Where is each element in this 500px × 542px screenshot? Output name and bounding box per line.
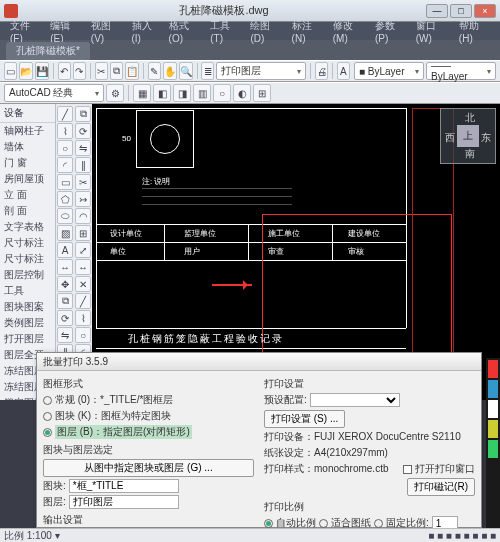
sidebar-item[interactable]: 剖 面 [0, 203, 55, 219]
tool-icon[interactable]: ⌇ [57, 123, 73, 139]
sidebar-item[interactable]: 房间屋顶 [0, 171, 55, 187]
frame-opt-1[interactable]: 图块 (K)：图框为特定图块 [43, 409, 254, 423]
color-dropdown[interactable]: ■ ByLayer▾ [354, 62, 424, 80]
tool-icon[interactable]: ⇋ [57, 327, 73, 343]
pan-icon[interactable]: ✋ [163, 62, 177, 80]
tool-icon[interactable]: ⊞ [75, 225, 91, 241]
tool-icon[interactable]: ▦ [133, 84, 151, 102]
print-record-button[interactable]: 打印磁记(R) [407, 478, 475, 496]
sidebar-item[interactable]: 墙体 [0, 139, 55, 155]
undo-icon[interactable]: ↶ [58, 62, 71, 80]
tool-icon[interactable]: ⧉ [75, 106, 91, 122]
left-panel-header: 设备 [0, 104, 55, 123]
tool-icon[interactable]: ▥ [193, 84, 211, 102]
sidebar-item[interactable]: 尺寸标注 [0, 235, 55, 251]
tool-icon[interactable]: ⊞ [253, 84, 271, 102]
new-icon[interactable]: ▭ [4, 62, 17, 80]
redo-icon[interactable]: ↷ [73, 62, 86, 80]
compass-top[interactable]: 上 [457, 125, 479, 147]
gear-icon[interactable]: ⚙ [106, 84, 124, 102]
paste-icon[interactable]: 📋 [125, 62, 139, 80]
tool-icon[interactable]: ⟳ [57, 310, 73, 326]
minimize-button[interactable]: — [426, 4, 448, 18]
sidebar-item[interactable]: 工具 [0, 283, 55, 299]
tool-icon[interactable]: ✥ [57, 276, 73, 292]
close-button[interactable]: × [474, 4, 496, 18]
layer-icon[interactable]: ≣ [201, 62, 214, 80]
layer-dropdown[interactable]: 打印图层▾ [216, 62, 306, 80]
open-window-check[interactable]: 打开打印窗口 [403, 462, 475, 476]
tool-icon[interactable]: ◧ [153, 84, 171, 102]
maximize-button[interactable]: □ [450, 4, 472, 18]
sidebar-item[interactable]: 轴网柱子 [0, 123, 55, 139]
menu-modify[interactable]: 修改(M) [329, 19, 369, 44]
frame-opt-2[interactable]: 图层 (B)：指定图层(对闭矩形) [43, 425, 254, 439]
tool-icon[interactable]: ◐ [233, 84, 251, 102]
menu-edit[interactable]: 编辑(E) [46, 19, 85, 44]
menu-file[interactable]: 文件(F) [6, 19, 44, 44]
sidebar-item[interactable]: 类例图层 [0, 315, 55, 331]
annot-icon[interactable]: A [337, 62, 350, 80]
plot-icon[interactable]: 🖨 [315, 62, 328, 80]
menu-draw[interactable]: 绘图(D) [246, 19, 285, 44]
menu-help[interactable]: 帮助(H) [455, 19, 494, 44]
tool-icon[interactable]: ⤢ [75, 242, 91, 258]
open-icon[interactable]: 📂 [19, 62, 33, 80]
menu-insert[interactable]: 插入(I) [128, 19, 163, 44]
preset-select[interactable] [310, 393, 400, 407]
pick-block-button[interactable]: 从图中指定图块或图层 (G) ... [43, 459, 254, 477]
zoom-icon[interactable]: 🔍 [179, 62, 193, 80]
tool-icon[interactable]: ⇋ [75, 140, 91, 156]
layer-name-input[interactable] [69, 495, 179, 509]
tool-icon[interactable]: ╱ [57, 106, 73, 122]
sidebar-item[interactable]: 立 面 [0, 187, 55, 203]
tool-icon[interactable]: ⬭ [57, 208, 73, 224]
menu-window[interactable]: 窗口(W) [412, 19, 453, 44]
menu-view[interactable]: 视图(V) [87, 19, 126, 44]
copy-icon[interactable]: ⧉ [110, 62, 123, 80]
tool-icon[interactable]: ✕ [75, 276, 91, 292]
print-settings-button[interactable]: 打印设置 (S) ... [264, 410, 345, 428]
sidebar-item[interactable]: 门 窗 [0, 155, 55, 171]
block-name-input[interactable] [69, 479, 179, 493]
match-icon[interactable]: ✎ [148, 62, 161, 80]
tool-icon[interactable]: ○ [213, 84, 231, 102]
tool-icon[interactable]: ↔ [75, 259, 91, 275]
tool-icon[interactable]: ▭ [57, 174, 73, 190]
tool-icon[interactable]: ▨ [57, 225, 73, 241]
tool-icon[interactable]: ⟳ [75, 123, 91, 139]
tab-document[interactable]: 孔桩降磁模板* [6, 42, 90, 60]
sidebar-item[interactable]: 图块图案 [0, 299, 55, 315]
tool-icon[interactable]: ○ [57, 140, 73, 156]
menu-dim[interactable]: 标注(N) [288, 19, 327, 44]
tool-icon[interactable]: ✂ [75, 174, 91, 190]
menu-param[interactable]: 参数(P) [371, 19, 410, 44]
tool-icon[interactable]: ↔ [57, 259, 73, 275]
tool-icon[interactable]: ○ [75, 327, 91, 343]
tool-icon[interactable]: ‖ [75, 157, 91, 173]
sidebar-item[interactable]: 图层控制 [0, 267, 55, 283]
view-cube[interactable]: 北 西 东 南 上 [440, 108, 496, 164]
tool-icon[interactable]: ◜ [57, 157, 73, 173]
toolbar-main: ▭ 📂 💾 ↶ ↷ ✂ ⧉ 📋 ✎ ✋ 🔍 ≣ 打印图层▾ 🖨 A ■ ByLa… [0, 60, 500, 82]
menu-format[interactable]: 格式(O) [165, 19, 205, 44]
tool-icon[interactable]: ⌇ [75, 310, 91, 326]
sidebar-item[interactable]: 打开图层 [0, 331, 55, 347]
workspace-dropdown[interactable]: AutoCAD 经典▾ [4, 84, 104, 102]
tool-icon[interactable]: A [57, 242, 73, 258]
frame-opt-0[interactable]: 常规 (0)：*_TITLE/*图框层 [43, 393, 254, 407]
tool-icon[interactable]: ↣ [75, 191, 91, 207]
tool-icon[interactable]: ◨ [173, 84, 191, 102]
menu-tools[interactable]: 工具(T) [206, 19, 244, 44]
sidebar-item[interactable]: 尺寸标注 [0, 251, 55, 267]
tool-icon[interactable]: ⧉ [57, 293, 73, 309]
sidebar-item[interactable]: 文字表格 [0, 219, 55, 235]
tool-icon[interactable]: ◠ [75, 208, 91, 224]
snap-toggles[interactable]: ■ ■ ■ ■ ■ ■ ■ ■ [428, 530, 496, 541]
tool-icon[interactable]: ╱ [75, 293, 91, 309]
scale-display[interactable]: 比例 1:100 ▾ [4, 529, 60, 543]
cut-icon[interactable]: ✂ [95, 62, 108, 80]
linetype-dropdown[interactable]: —— ByLayer▾ [426, 62, 496, 80]
tool-icon[interactable]: ⬠ [57, 191, 73, 207]
save-icon[interactable]: 💾 [35, 62, 49, 80]
